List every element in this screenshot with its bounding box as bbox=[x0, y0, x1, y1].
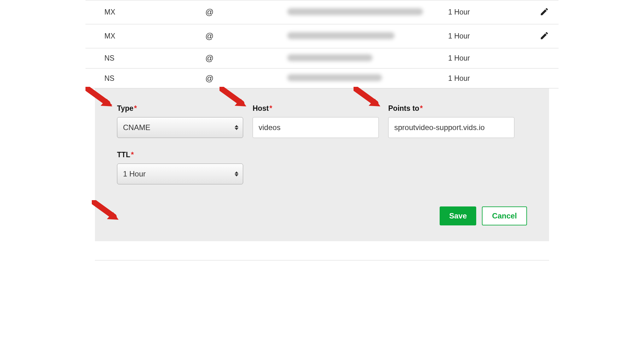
host-input[interactable] bbox=[253, 117, 379, 138]
label-ttl: TTL* bbox=[117, 151, 243, 159]
required-mark: * bbox=[420, 104, 423, 112]
edit-icon[interactable] bbox=[540, 36, 549, 41]
table-row: MX @ 1 Hour bbox=[85, 0, 559, 24]
required-mark: * bbox=[269, 104, 272, 112]
table-row: MX @ 1 Hour bbox=[85, 24, 559, 48]
points-to-input[interactable] bbox=[388, 117, 514, 138]
ttl-select[interactable]: 1 Hour bbox=[117, 164, 243, 184]
required-mark: * bbox=[131, 151, 134, 159]
cell-points-to bbox=[287, 32, 448, 40]
svg-marker-3 bbox=[107, 212, 119, 220]
type-select[interactable]: CNAME bbox=[117, 117, 243, 138]
cell-ttl: 1 Hour bbox=[448, 54, 530, 63]
save-button[interactable]: Save bbox=[440, 206, 476, 225]
label-points-to: Points to* bbox=[388, 104, 514, 113]
type-select-value: CNAME bbox=[123, 123, 150, 132]
label-type: Type* bbox=[117, 104, 243, 113]
cell-host: @ bbox=[205, 7, 287, 17]
cell-points-to bbox=[287, 54, 448, 63]
field-type: Type* CNAME bbox=[117, 104, 243, 138]
cell-host: @ bbox=[205, 31, 287, 41]
cell-host: @ bbox=[205, 74, 287, 83]
add-record-form: Type* CNAME Host* Points to* bbox=[95, 88, 549, 241]
annotation-arrow-icon bbox=[85, 87, 114, 109]
dns-records-table: MX @ 1 Hour MX @ 1 Hour NS @ bbox=[85, 0, 559, 88]
cell-points-to bbox=[287, 74, 448, 82]
cell-points-to bbox=[287, 8, 448, 16]
select-caret-icon bbox=[235, 171, 238, 176]
field-ttl: TTL* 1 Hour bbox=[117, 151, 243, 184]
cell-type: NS bbox=[85, 54, 205, 63]
field-host: Host* bbox=[253, 104, 379, 138]
ttl-select-value: 1 Hour bbox=[123, 170, 146, 178]
cell-type: MX bbox=[85, 8, 205, 16]
edit-icon[interactable] bbox=[540, 12, 549, 17]
table-row: NS @ 1 Hour bbox=[85, 48, 559, 68]
cell-type: MX bbox=[85, 32, 205, 40]
cell-type: NS bbox=[85, 74, 205, 83]
annotation-arrow-icon bbox=[92, 200, 120, 222]
required-mark: * bbox=[134, 104, 137, 112]
divider bbox=[95, 260, 549, 260]
svg-marker-0 bbox=[101, 99, 112, 106]
label-host: Host* bbox=[253, 104, 379, 113]
select-caret-icon bbox=[235, 125, 238, 130]
cell-host: @ bbox=[205, 53, 287, 63]
cancel-button[interactable]: Cancel bbox=[482, 206, 527, 225]
table-row: NS @ 1 Hour bbox=[85, 68, 559, 88]
cell-ttl: 1 Hour bbox=[448, 8, 530, 16]
field-points-to: Points to* bbox=[388, 104, 514, 138]
cell-ttl: 1 Hour bbox=[448, 32, 530, 40]
cell-ttl: 1 Hour bbox=[448, 74, 530, 83]
